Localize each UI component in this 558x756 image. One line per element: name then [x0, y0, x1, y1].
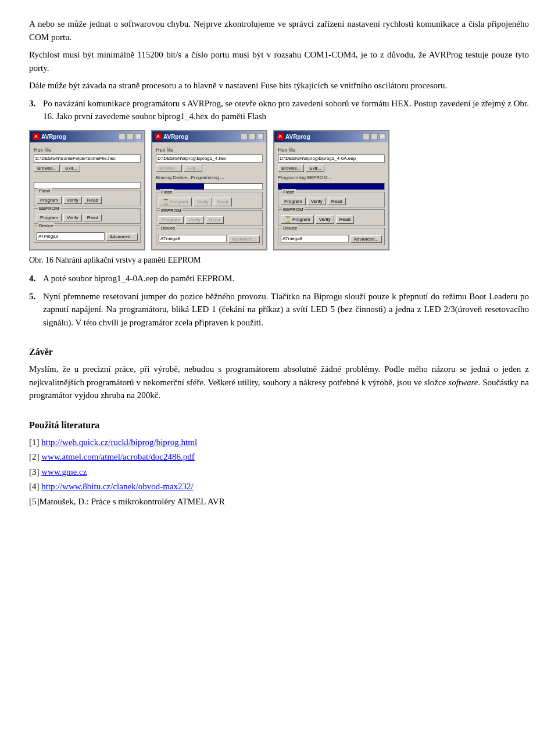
flash-group-2: Flash ⌛ Program Verify Read — [156, 192, 263, 209]
reference-list: [1] http://web.quick.cz/ruckl/biprog/bip… — [29, 436, 529, 508]
eeprom-label-2: EEPROM — [160, 207, 183, 214]
flash-verify-btn-2[interactable]: Verify — [194, 198, 212, 206]
flash-read-btn-1[interactable]: Read — [84, 196, 102, 204]
exit-btn-2[interactable]: Exit... — [184, 164, 202, 172]
flash-read-btn-2[interactable]: Read — [214, 198, 232, 206]
close-btn-2[interactable]: ✕ — [257, 133, 264, 140]
file-row-2: D:\DESIGN\biprog\biprog1_4.hex — [156, 155, 263, 163]
exit-btn-1[interactable]: Exit... — [62, 164, 80, 172]
eeprom-group-2: EEPROM Program Verify Read — [156, 210, 263, 226]
maximize-btn-2[interactable]: □ — [249, 133, 256, 140]
flash-read-btn-3[interactable]: Read — [328, 198, 346, 205]
reference-text-5: Matoušek, D.: Práce s mikrokontroléry AT… — [40, 497, 225, 506]
hex-path-3[interactable]: D:\DESIGN\biprog\biprog1_4-0A.eep — [278, 155, 385, 163]
window-title-1: AVRprog — [41, 132, 66, 141]
advanced-btn-2[interactable]: Advanced... — [228, 235, 260, 243]
eeprom-read-btn-2[interactable]: Read — [206, 216, 224, 224]
hex-label-3: Hex file — [278, 146, 385, 155]
window-title-3: AVRprog — [285, 132, 310, 141]
flash-program-btn-3[interactable]: Program — [281, 198, 306, 205]
device-select-2[interactable]: ATmega8 — [159, 235, 227, 243]
titlebar-2: A AVRprog _ □ ✕ — [152, 131, 266, 142]
list-item-5: 5. Nyní přemneme resetovaní jumper do po… — [29, 290, 529, 329]
status-text-1 — [34, 174, 141, 180]
device-group-3: Device ATmega8 Advanced... — [278, 228, 385, 245]
app-icon-1: A — [33, 133, 40, 140]
paragraph-2: Rychlost musí být minimálně 115200 bit/s… — [29, 48, 529, 74]
flash-label-1: Flash — [38, 188, 52, 195]
reference-link-1[interactable]: http://web.quick.cz/ruckl/biprog/biprog.… — [41, 438, 197, 447]
conclusion-heading: Závěr — [29, 345, 529, 359]
window-title-2: AVRprog — [163, 132, 188, 141]
maximize-btn-1[interactable]: □ — [127, 133, 134, 140]
page-content: A nebo se může jednat o softwarovou chyb… — [29, 17, 529, 508]
device-group-1: Device ATmega8 Advanced... — [34, 225, 141, 243]
flash-program-btn-1[interactable]: Program — [37, 196, 62, 204]
window-body-2: Hex file D:\DESIGN\biprog\biprog1_4.hex … — [152, 142, 266, 250]
browse-btn-1[interactable]: Browse... — [34, 164, 60, 172]
flash-verify-btn-3[interactable]: Verify — [307, 198, 326, 205]
status-text-2: Erasing Device...Programming ... — [156, 174, 263, 181]
reference-link-2[interactable]: www.atmel.com/atmel/acrobat/doc2486.pdf — [41, 452, 195, 461]
hex-label-1: Hex file — [34, 146, 141, 155]
browse-btn-3[interactable]: Browse... — [278, 164, 304, 172]
eeprom-label-3: EEPROM — [282, 206, 305, 213]
exit-btn-3[interactable]: Exit... — [306, 164, 324, 172]
window-body-3: Hex file D:\DESIGN\biprog\biprog1_4-0A.e… — [274, 142, 388, 250]
list-item: [1] http://web.quick.cz/ruckl/biprog/bip… — [29, 436, 529, 449]
eeprom-verify-btn-3[interactable]: Verify — [316, 215, 334, 224]
file-row-1: D:\DESIGN\SomeFolder\SomeFile.hex — [34, 155, 141, 163]
eeprom-program-btn-3[interactable]: ⌛ Program — [281, 215, 314, 224]
flash-label-3: Flash — [282, 189, 296, 196]
figure-caption: Obr. 16 Nahrání aplikační vrstvy a pamět… — [29, 254, 529, 266]
list-item: [4] http://www.8bitu.cz/clanek/obvod-max… — [29, 480, 529, 493]
file-row-3: D:\DESIGN\biprog\biprog1_4-0A.eep — [278, 155, 385, 163]
item-4-text: A poté soubor biprog1_4-0A.eep do paměti… — [43, 272, 529, 285]
hex-path-2[interactable]: D:\DESIGN\biprog\biprog1_4.hex — [156, 155, 263, 163]
minimize-btn-2[interactable]: _ — [241, 133, 248, 140]
window-body-1: Hex file D:\DESIGN\SomeFolder\SomeFile.h… — [30, 142, 144, 248]
minimize-btn-3[interactable]: _ — [363, 133, 370, 140]
eeprom-verify-btn-1[interactable]: Verify — [63, 214, 82, 221]
device-select-1[interactable]: ATmega8 — [37, 232, 105, 241]
item-5-number: 5. — [29, 290, 43, 329]
avr-window-3: A AVRprog _ □ ✕ Hex file D:\DESIGN\bipro… — [273, 130, 389, 251]
paragraph-1: A nebo se může jednat o softwarovou chyb… — [29, 17, 529, 44]
flash-verify-btn-1[interactable]: Verify — [63, 196, 82, 204]
conclusion-text: Myslím, že u precizní práce, při výrobě,… — [29, 363, 529, 402]
eeprom-program-btn-1[interactable]: Program — [37, 214, 62, 221]
eeprom-read-btn-3[interactable]: Read — [336, 215, 354, 224]
eeprom-verify-btn-2[interactable]: Verify — [185, 216, 204, 224]
hex-path-1[interactable]: D:\DESIGN\SomeFolder\SomeFile.hex — [34, 155, 141, 163]
list-item: [5]Matoušek, D.: Práce s mikrokontroléry… — [29, 495, 529, 508]
advanced-btn-1[interactable]: Advanced... — [106, 233, 138, 241]
eeprom-label-1: EEPROM — [38, 205, 60, 212]
item-3-text: Po navázání komunikace programátoru s AV… — [43, 97, 529, 123]
titlebar-3: A AVRprog _ □ ✕ — [274, 131, 388, 142]
conclusion-italic: software — [448, 378, 478, 387]
app-icon-3: A — [277, 133, 284, 140]
reference-link-3[interactable]: www.gme.cz — [41, 467, 87, 476]
advanced-btn-3[interactable]: Advanced... — [350, 235, 382, 243]
device-group-2: Device ATmega8 Advanced... — [156, 228, 263, 245]
reference-link-4[interactable]: http://www.8bitu.cz/clanek/obvod-max232/ — [41, 482, 193, 491]
device-label-2: Device — [160, 225, 176, 232]
eeprom-program-btn-2[interactable]: Program — [159, 216, 184, 224]
device-select-3[interactable]: ATmega8 — [281, 235, 349, 243]
browse-btn-2[interactable]: Browse... — [156, 164, 182, 172]
close-btn-3[interactable]: ✕ — [379, 133, 386, 140]
avr-window-1: A AVRprog _ □ ✕ Hex file D:\DESIGN\SomeF… — [29, 130, 145, 251]
close-btn-1[interactable]: ✕ — [135, 133, 142, 140]
hex-label-2: Hex file — [156, 146, 263, 155]
conclusion-section: Závěr Myslím, že u precizní práce, při v… — [29, 345, 529, 402]
eeprom-group-3: EEPROM ⌛ Program Verify Read — [278, 209, 385, 226]
flash-group-3: Flash Program Verify Read — [278, 192, 385, 207]
item-3-number: 3. — [29, 97, 43, 123]
eeprom-read-btn-1[interactable]: Read — [84, 214, 102, 221]
flash-label-2: Flash — [160, 189, 174, 196]
eeprom-group-1: EEPROM Program Verify Read — [34, 208, 141, 224]
flash-program-btn-2[interactable]: ⌛ Program — [159, 198, 192, 206]
minimize-btn-1[interactable]: _ — [119, 133, 126, 140]
device-label-1: Device — [38, 223, 54, 230]
maximize-btn-3[interactable]: □ — [371, 133, 378, 140]
